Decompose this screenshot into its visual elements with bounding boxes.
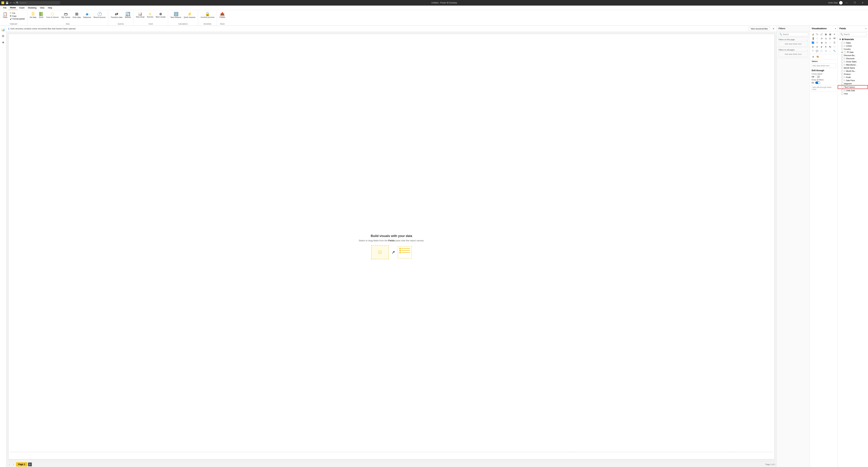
viz-treemap[interactable]: ⊟ — [828, 36, 832, 40]
field-month-nu-checkbox[interactable] — [841, 70, 843, 72]
viz-map[interactable]: 🗺 — [833, 36, 836, 40]
field-manufactur-checkbox[interactable] — [841, 64, 843, 66]
field-month-name[interactable]: Month Name — [838, 66, 868, 69]
field-date-checkbox[interactable] — [844, 51, 846, 53]
field-discount-ba-checkbox[interactable] — [841, 54, 843, 56]
viz-matrix[interactable]: ⊟ — [815, 45, 819, 49]
viz-kpi[interactable]: ↑ — [828, 41, 832, 45]
sensitivity-button[interactable]: 🔒 Sensitivity (preview) — [199, 11, 215, 19]
close-button[interactable]: ✕ — [859, 0, 867, 6]
field-sales[interactable]: Σ Sales — [838, 41, 868, 45]
field-product-checkbox[interactable] — [841, 73, 843, 75]
field-units-sold-checkbox[interactable] — [841, 89, 843, 92]
new-measure-button[interactable]: 🔢 New measure — [169, 11, 182, 19]
menu-file[interactable]: File — [1, 6, 8, 10]
menu-insert[interactable]: Insert — [18, 6, 26, 10]
field-manufactur[interactable]: Σ Manufactur... — [838, 63, 868, 66]
filters-all-more-icon[interactable]: ... — [806, 49, 808, 51]
viz-decomp-tree[interactable]: ⋯ — [833, 45, 836, 49]
viz-smart-narr[interactable]: 💬 — [815, 49, 819, 53]
fields-table-header[interactable]: ▼ ⊞ financials — [838, 37, 868, 41]
add-page-button[interactable]: + — [28, 463, 32, 466]
menu-home[interactable]: Home — [8, 6, 18, 10]
page-tab-1[interactable]: Page 1 — [16, 462, 27, 466]
field-country[interactable]: Country — [838, 48, 868, 51]
publish-button[interactable]: 📤 Publish — [218, 11, 226, 19]
restore-button[interactable]: ❐ — [850, 0, 859, 6]
keepfilters-toggle-track[interactable] — [815, 82, 820, 84]
minimize-button[interactable]: — — [843, 0, 850, 6]
fields-search-input[interactable] — [844, 33, 865, 35]
field-country-checkbox[interactable] — [841, 48, 843, 50]
info-close-button[interactable]: ✕ — [772, 27, 775, 30]
menu-modeling[interactable]: Modeling — [26, 6, 38, 10]
viz-stacked-bar[interactable]: ▦ — [824, 32, 828, 36]
field-profit-checkbox[interactable] — [841, 76, 843, 78]
excel-button[interactable]: 📗 Excel — [38, 11, 45, 19]
viz-100-bar[interactable]: ▩ — [828, 32, 832, 36]
viz-ribbon[interactable]: ≋ — [833, 32, 836, 36]
viz-fields-icon[interactable]: ⊞ — [811, 55, 815, 59]
filters-this-page-drop[interactable]: Add data fields here — [779, 41, 808, 47]
field-year[interactable]: Year — [838, 92, 868, 95]
filters-search-box[interactable]: 🔍 — [778, 32, 808, 36]
viz-pie[interactable]: ◔ — [819, 36, 824, 40]
field-sales-checkbox[interactable] — [841, 42, 843, 44]
sql-server-button[interactable]: 🗃 SQL Server — [60, 11, 71, 19]
dataverse-button[interactable]: ◈ Dataverse — [82, 11, 92, 19]
field-year-checkbox[interactable] — [841, 93, 843, 95]
title-search[interactable]: 🔍 — [15, 1, 60, 4]
viz-waterfall[interactable]: ▐ — [811, 36, 815, 40]
field-profit[interactable]: Σ Profit — [838, 76, 868, 79]
viz-more[interactable]: … — [828, 49, 832, 53]
viz-donut[interactable]: ◎ — [824, 36, 828, 40]
cut-button[interactable]: ✂ Cut — [9, 11, 26, 14]
viz-values-drop[interactable]: Add data fields here — [811, 63, 836, 68]
viz-drillthrough-drop[interactable]: Add drill-through fields here — [811, 85, 836, 92]
save-icon[interactable]: 💾 — [6, 1, 8, 4]
viz-expand-icon[interactable]: › — [835, 27, 836, 30]
field-cogs-checkbox[interactable] — [841, 45, 843, 47]
viz-build[interactable]: 🔧 — [833, 49, 836, 53]
model-view-icon[interactable]: ◈ — [1, 40, 6, 45]
field-month-nu[interactable]: Σ Month Nu... — [838, 69, 868, 72]
fields-expand-icon[interactable]: › — [866, 27, 866, 30]
crossreport-toggle-track[interactable] — [815, 76, 820, 78]
viz-python-script[interactable]: Py — [828, 45, 832, 49]
paste-button[interactable]: 📋 Paste — [1, 11, 9, 19]
filters-search-input[interactable] — [783, 33, 807, 35]
field-cogs[interactable]: Σ COGS — [838, 45, 868, 48]
get-data-button[interactable]: 🗄 Get data — [29, 11, 37, 19]
undo-icon[interactable]: ↩ — [9, 1, 12, 4]
field-units-sold[interactable]: Σ Units Sold — [838, 89, 868, 92]
filters-more-icon[interactable]: ... — [806, 38, 808, 40]
menu-view[interactable]: View — [38, 6, 46, 10]
viz-bar-chart[interactable]: 📊 — [811, 32, 815, 36]
page-next-button[interactable]: › — [12, 463, 15, 466]
copy-button[interactable]: ⧉ Copy — [9, 14, 26, 18]
report-view-icon[interactable]: 📊 — [1, 27, 6, 32]
viz-shape[interactable]: ⬡ — [824, 49, 828, 53]
field-date[interactable]: ▼ 📅 Date — [838, 51, 868, 54]
viz-r-script[interactable]: R — [824, 45, 828, 49]
power-bi-datasets-button[interactable]: ⬡ Power BI datasets — [45, 11, 60, 19]
transform-data-button[interactable]: ⇄ Transform data — [110, 11, 123, 19]
data-view-icon[interactable]: ⊞ — [1, 33, 6, 38]
field-test-column-checkbox[interactable] — [842, 86, 844, 88]
refresh-button[interactable]: 🔄 Refresh — [124, 11, 132, 19]
viz-scatter[interactable]: ⁙ — [815, 36, 819, 40]
field-discounts[interactable]: Σ Discounts — [838, 57, 868, 60]
viz-line-chart[interactable]: 📉 — [815, 32, 819, 36]
viz-table[interactable]: ⊞ — [811, 45, 815, 49]
enter-data-button[interactable]: ⊞ Enter data — [72, 11, 82, 19]
menu-help[interactable]: Help — [46, 6, 54, 10]
view-recovered-button[interactable]: View recovered files — [748, 27, 770, 31]
filters-on-this-page-header[interactable]: Filters on this page ... — [779, 38, 808, 40]
filters-on-all-pages-header[interactable]: Filters on all pages ... — [779, 49, 808, 51]
viz-gauge[interactable]: ◑ — [819, 41, 824, 45]
viz-area-chart[interactable]: 📈 — [819, 32, 824, 36]
field-gross-sales[interactable]: Σ Gross Sales — [838, 60, 868, 63]
viz-paginated[interactable]: 📄 — [819, 49, 824, 53]
field-test-column[interactable]: Test Column — [838, 85, 868, 89]
viz-qna[interactable]: ? — [811, 49, 815, 53]
